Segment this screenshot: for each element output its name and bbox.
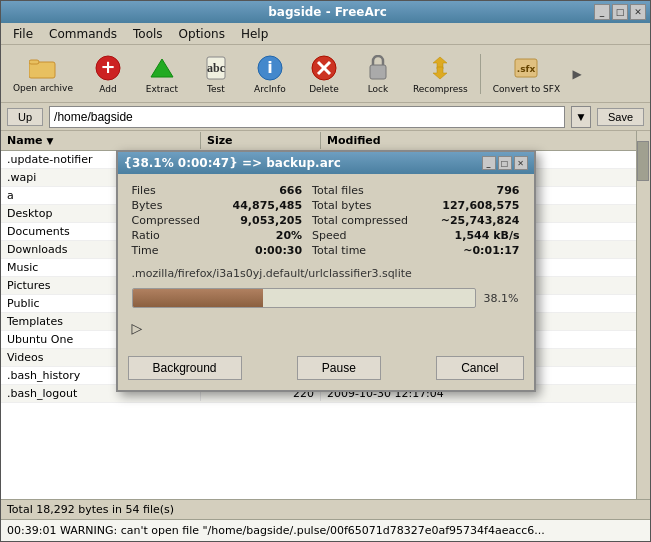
- total-time-label: Total time: [312, 244, 419, 257]
- modal-overlay: {38.1% 0:00:47} => backup.arc _ □ ✕ File…: [0, 0, 651, 542]
- background-button[interactable]: Background: [128, 356, 242, 380]
- compressed-value: 9,053,205: [221, 214, 302, 227]
- stats-grid: Files 666 Total files 796 Bytes 44,875,4…: [132, 184, 520, 257]
- total-time-value: ~0:01:17: [429, 244, 519, 257]
- time-value: 0:00:30: [221, 244, 302, 257]
- dialog-cursor-arrow: ▷: [132, 320, 520, 336]
- ratio-label: Ratio: [132, 229, 212, 242]
- dialog-close[interactable]: ✕: [514, 156, 528, 170]
- speed-value: 1,544 kB/s: [429, 229, 519, 242]
- cancel-button[interactable]: Cancel: [436, 356, 523, 380]
- progress-bar-fill: [133, 289, 263, 307]
- progress-container: 38.1%: [132, 288, 520, 308]
- progress-bar: [132, 288, 476, 308]
- ratio-value: 20%: [221, 229, 302, 242]
- dialog-content: Files 666 Total files 796 Bytes 44,875,4…: [118, 174, 534, 356]
- total-compressed-value: ~25,743,824: [429, 214, 519, 227]
- time-label: Time: [132, 244, 212, 257]
- compressed-label: Compressed: [132, 214, 212, 227]
- total-compressed-label: Total compressed: [312, 214, 419, 227]
- dialog-title: {38.1% 0:00:47} => backup.arc: [124, 156, 341, 170]
- dialog-title-buttons: _ □ ✕: [482, 156, 528, 170]
- total-bytes-value: 127,608,575: [429, 199, 519, 212]
- bytes-value: 44,875,485: [221, 199, 302, 212]
- files-label: Files: [132, 184, 212, 197]
- dialog-maximize[interactable]: □: [498, 156, 512, 170]
- dialog-buttons: Background Pause Cancel: [118, 356, 534, 390]
- total-files-value: 796: [429, 184, 519, 197]
- dialog-title-bar: {38.1% 0:00:47} => backup.arc _ □ ✕: [118, 152, 534, 174]
- current-file-path: .mozilla/firefox/i3a1s0yj.default/urlcla…: [132, 267, 520, 280]
- total-bytes-label: Total bytes: [312, 199, 419, 212]
- bytes-label: Bytes: [132, 199, 212, 212]
- files-value: 666: [221, 184, 302, 197]
- progress-percent: 38.1%: [484, 292, 520, 305]
- dialog-minimize[interactable]: _: [482, 156, 496, 170]
- speed-label: Speed: [312, 229, 419, 242]
- progress-dialog: {38.1% 0:00:47} => backup.arc _ □ ✕ File…: [116, 150, 536, 392]
- pause-button[interactable]: Pause: [297, 356, 381, 380]
- total-files-label: Total files: [312, 184, 419, 197]
